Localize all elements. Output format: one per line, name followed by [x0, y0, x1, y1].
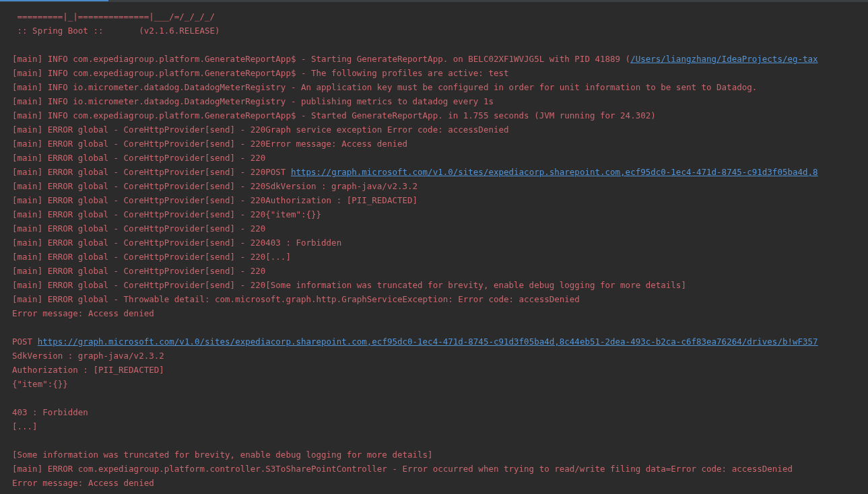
log-line: [main] ERROR global - CoreHttpProvider[s…	[12, 221, 856, 236]
log-link[interactable]: https://graph.microsoft.com/v1.0/sites/e…	[38, 337, 818, 347]
log-line: [main] ERROR global - CoreHttpProvider[s…	[12, 193, 856, 207]
log-link[interactable]: https://graph.microsoft.com/v1.0/sites/e…	[291, 167, 818, 177]
log-line: SdkVersion : graph-java/v2.3.2	[12, 349, 856, 363]
log-line: [main] ERROR global - CoreHttpProvider[s…	[12, 250, 856, 264]
blank-line	[12, 38, 856, 52]
ascii-art-line: =========|_|==============|___/=/_/_/_/	[12, 9, 856, 24]
log-line: [Some information was truncated for brev…	[12, 448, 856, 462]
log-line: {"item":{}}	[12, 377, 856, 391]
log-line: [main] INFO com.expediagroup.platform.Ge…	[12, 52, 856, 66]
log-line: POST https://graph.microsoft.com/v1.0/si…	[12, 334, 856, 349]
log-line: [main] INFO com.expediagroup.platform.Ge…	[12, 66, 856, 80]
log-text: [main] ERROR global - CoreHttpProvider[s…	[12, 167, 291, 177]
log-line	[12, 433, 856, 448]
log-line: [main] ERROR global - CoreHttpProvider[s…	[12, 236, 856, 250]
log-line: [...]	[12, 419, 856, 433]
log-line: [main] ERROR global - CoreHttpProvider[s…	[12, 122, 856, 137]
log-line: [main] ERROR global - CoreHttpProvider[s…	[12, 207, 856, 221]
log-line: [main] ERROR global - CoreHttpProvider[s…	[12, 151, 856, 165]
log-text: [main] INFO com.expediagroup.platform.Ge…	[12, 54, 630, 64]
spring-boot-banner: :: Spring Boot :: (v2.1.6.RELEASE)	[12, 24, 856, 38]
log-link[interactable]: /Users/liangzhang/IdeaProjects/eg-tax	[630, 54, 817, 64]
log-line: Authorization : [PII_REDACTED]	[12, 363, 856, 377]
progress-indicator	[0, 0, 108, 1]
log-line: [main] INFO io.micrometer.datadog.Datado…	[12, 94, 856, 108]
log-line: Error message: Access denied	[12, 306, 856, 320]
log-line: [main] ERROR com.expediagroup.platform.c…	[12, 462, 856, 476]
top-border	[0, 0, 868, 2]
log-line	[12, 391, 856, 405]
log-line: Error message: Access denied	[12, 476, 856, 490]
log-line: [main] ERROR global - CoreHttpProvider[s…	[12, 137, 856, 151]
log-line: [main] ERROR global - CoreHttpProvider[s…	[12, 264, 856, 278]
log-line: [main] ERROR global - Throwable detail: …	[12, 292, 856, 306]
log-line: [main] ERROR global - CoreHttpProvider[s…	[12, 278, 856, 292]
log-line	[12, 320, 856, 334]
log-line: 403 : Forbidden	[12, 405, 856, 419]
console-output: =========|_|==============|___/=/_/_/_/ …	[12, 9, 856, 490]
log-line: [main] INFO com.expediagroup.platform.Ge…	[12, 108, 856, 122]
log-line: [main] ERROR global - CoreHttpProvider[s…	[12, 179, 856, 193]
log-text: POST	[12, 337, 38, 347]
log-line: [main] INFO io.micrometer.datadog.Datado…	[12, 80, 856, 94]
log-line: [main] ERROR global - CoreHttpProvider[s…	[12, 165, 856, 179]
